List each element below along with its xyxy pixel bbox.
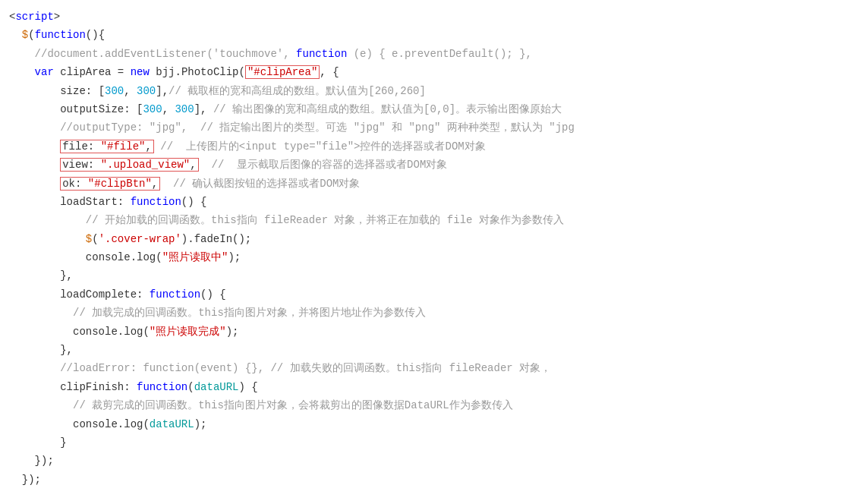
code-line-1: <script> — [0, 8, 841, 26]
code-line-26: }); — [0, 471, 841, 489]
code-line-10: ok: "#clipBtn", // 确认截图按钮的选择器或者DOM对象 — [0, 175, 841, 193]
code-line-14: console.log("照片读取中"); — [0, 248, 841, 266]
code-line-5: size: [300, 300],// 截取框的宽和高组成的数组。默认值为[26… — [0, 82, 841, 100]
code-line-20: //loadError: function(event) {}, // 加载失败… — [0, 359, 841, 377]
code-line-22: // 裁剪完成的回调函数。this指向图片对象，会将裁剪出的图像数据DataUR… — [0, 396, 841, 414]
code-line-25: }); — [0, 452, 841, 470]
code-line-24: } — [0, 433, 841, 452]
code-line-11: loadStart: function() { — [0, 193, 841, 211]
code-line-13: $('.cover-wrap').fadeIn(); — [0, 230, 841, 248]
code-line-19: }, — [0, 341, 841, 359]
code-line-3: //document.addEventListener('touchmove',… — [0, 45, 841, 63]
code-line-15: }, — [0, 266, 841, 285]
code-line-9: view: ".upload_view", // 显示截取后图像的容器的选择器或… — [0, 156, 841, 174]
code-line-23: console.log(dataURL); — [0, 415, 841, 433]
code-line-4: var clipArea = new bjj.PhotoClip("#clipA… — [0, 63, 841, 81]
code-container[interactable]: <script> $(function(){ //document.addEve… — [0, 0, 841, 504]
code-line-17: // 加载完成的回调函数。this指向图片对象，并将图片地址作为参数传入 — [0, 304, 841, 322]
code-line-2: $(function(){ — [0, 26, 841, 44]
code-line-18: console.log("照片读取完成"); — [0, 323, 841, 341]
code-line-21: clipFinish: function(dataURL) { — [0, 378, 841, 396]
code-line-12: // 开始加载的回调函数。this指向 fileReader 对象，并将正在加载… — [0, 211, 841, 229]
code-line-6: outputSize: [300, 300], // 输出图像的宽和高组成的数组… — [0, 100, 841, 118]
code-line-7: //outputType: "jpg", // 指定输出图片的类型。可选 "jp… — [0, 118, 841, 137]
code-line-8: file: "#file", // 上传图片的<input type="file… — [0, 137, 841, 156]
code-line-16: loadComplete: function() { — [0, 285, 841, 304]
